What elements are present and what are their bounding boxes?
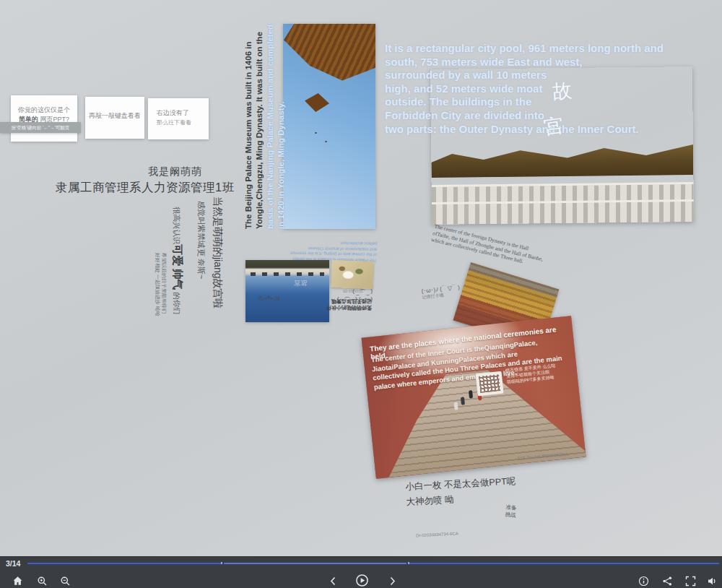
- next-button[interactable]: [384, 573, 400, 588]
- chevron-right-icon: [387, 576, 398, 587]
- fullscreen-button[interactable]: [682, 573, 698, 588]
- fullscreen-icon: [685, 576, 696, 587]
- note-line-3: 很高兴认识可爱 帅气 的你们: [170, 207, 184, 350]
- vertical-text-dark: The Beijing Palace Museum was built in 1…: [244, 32, 264, 229]
- calligraphy-char-gu: 故: [552, 77, 573, 105]
- hint-card-2-line1: 再敲一敲键盘看看: [85, 111, 144, 121]
- progress-segment: [224, 563, 406, 564]
- roof-eave-shape: [283, 24, 375, 112]
- scribble-tag-bottom: Dr-02034934734-9CA: [416, 531, 458, 537]
- calligraphy-char-gong: 宫: [542, 112, 565, 140]
- author-class: 隶属工商管理系人力资源管理1班: [56, 180, 235, 196]
- note-line-2: 感觉叫紫禁城更 奈斯~: [196, 201, 206, 350]
- aerial-doodles: (･ω･)ﾉ (￣▽￣) 记得打卡哦: [421, 284, 461, 301]
- vertical-text: The Beijing Palace Museum was built in 1…: [243, 24, 287, 229]
- note-line-1: 当然是萌萌的jiang故宫啦: [211, 196, 224, 350]
- bird-speck: [315, 132, 317, 134]
- zoom-out-icon: [60, 576, 71, 587]
- bird-speck: [325, 141, 327, 142]
- three-halls-caption: The center of the foreign Dynasty is the…: [430, 222, 562, 273]
- hint-card-1-line1: 你觉的这仅仅是个: [11, 105, 77, 115]
- autoplay-button[interactable]: [353, 571, 370, 588]
- page-indicator: 3/14: [6, 559, 20, 568]
- hint-card-1: 你觉的这仅仅是个 简单的 网页PPT?: [11, 95, 77, 142]
- info-button[interactable]: [635, 573, 651, 588]
- closing-note: 小白一枚 不是太会做PPT呢 大神勿喷 呦: [405, 474, 517, 510]
- play-circle-icon: [355, 574, 369, 587]
- progress-segment: [27, 563, 221, 564]
- note-small: 希望以后的日子里能和你们 好好相处 一起加油进步 哈哈: [155, 253, 168, 350]
- rotated-notes: 当然是萌萌的jiang故宫啦 感觉叫紫禁城更 奈斯~ 很高兴认识可爱 帅气 的你…: [144, 196, 224, 350]
- zoom-in-button[interactable]: [34, 573, 50, 588]
- emoticon-caption: 觉得萌萌哒的小伙伴 记得关注加点赞哦: [316, 298, 372, 311]
- hint-card-3: 右边没有了 那么往下看看: [148, 98, 209, 139]
- mini-doodle-note: 准备 挑战: [505, 503, 517, 519]
- share-button[interactable]: [659, 573, 675, 588]
- cat-face-doodle: ฅ^•ﻌ•^ฅ: [258, 293, 281, 303]
- stamp-photo: [331, 260, 373, 289]
- qr-code: [476, 371, 504, 397]
- hint-card-2: 再敲一敲键盘看看: [85, 97, 144, 139]
- moat-photo: 故宫: [245, 260, 329, 322]
- zoom-out-button[interactable]: [57, 573, 73, 588]
- pedestrian: [454, 402, 458, 410]
- pedestrian: [469, 390, 473, 398]
- progress-tick: [408, 562, 409, 564]
- vertical-text-block: The Beijing Palace Museum was built in 1…: [243, 24, 287, 229]
- presentation-canvas[interactable]: 你觉的这仅仅是个 简单的 网页PPT? 按'空格'键向前 '←''→'可翻页 再…: [0, 0, 722, 588]
- rotated-notes-block: 当然是萌萌的jiang故宫啦 感觉叫紫禁城更 奈斯~ 很高兴认识可爱 帅气 的你…: [144, 196, 224, 350]
- previous-button[interactable]: [325, 573, 341, 588]
- volume-button[interactable]: [704, 573, 720, 588]
- boats-silhouette: [251, 272, 324, 276]
- hint-card-3-line1: 右边没有了: [157, 108, 209, 118]
- author-name: 我是阚萌萌: [148, 165, 202, 178]
- player-toolbar: 3/14: [0, 556, 722, 588]
- chevron-left-icon: [328, 576, 339, 587]
- progress-bar[interactable]: [27, 563, 719, 564]
- share-icon: [662, 576, 673, 587]
- hint-strip-note: 按'空格'键向前 '←''→'可翻页: [0, 122, 81, 133]
- zoom-in-icon: [37, 576, 48, 587]
- vertical-text-light: basis of the Nanjing Palace Museum and c…: [266, 25, 285, 229]
- palace-roofline: [431, 141, 693, 178]
- progress-segment: [409, 563, 719, 564]
- hint-card-3-line2: 那么往下看看: [157, 118, 209, 127]
- marble-balustrade: [432, 183, 695, 225]
- home-icon: [12, 576, 23, 587]
- info-icon: [638, 576, 649, 587]
- home-button[interactable]: [9, 573, 25, 588]
- progress-tick: [221, 562, 222, 564]
- roof-ornament-shape: [305, 93, 329, 112]
- volume-icon: [707, 576, 718, 587]
- pedestrian: [461, 397, 465, 405]
- flipped-caption: The Palace Museum is located in the cent…: [248, 238, 377, 262]
- roof-eave-photo: [283, 24, 375, 229]
- water-reflection-characters: 故宫: [294, 279, 307, 287]
